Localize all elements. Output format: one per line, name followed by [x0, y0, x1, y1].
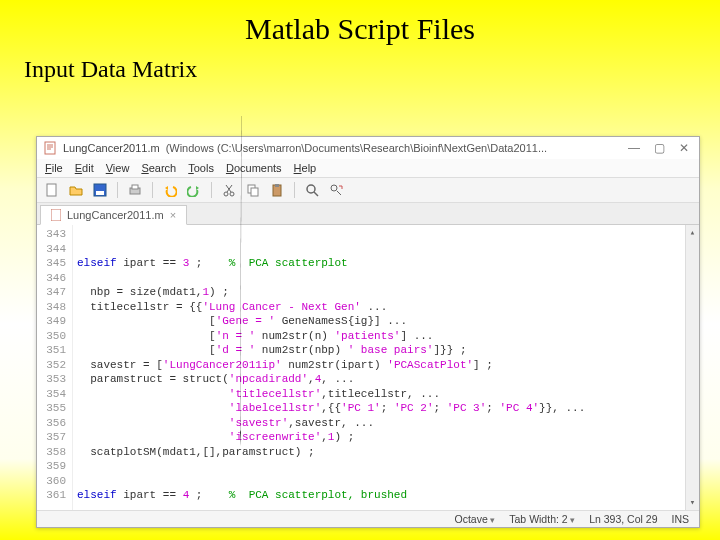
minimize-button[interactable]: —	[628, 141, 640, 155]
svg-rect-2	[45, 142, 55, 154]
titlebar: LungCancer2011.m (Windows (C:\Users\marr…	[37, 137, 699, 159]
menu-search[interactable]: Search	[141, 162, 176, 174]
svg-rect-3	[47, 184, 56, 196]
status-language[interactable]: Octave	[455, 513, 496, 525]
titlebar-path: (Windows (C:\Users\marron\Documents\Rese…	[166, 142, 622, 154]
toolbar-separator	[211, 182, 212, 198]
statusbar: Octave Tab Width: 2 Ln 393, Col 29 INS	[37, 510, 699, 527]
redo-icon[interactable]	[185, 181, 203, 199]
document-icon	[43, 141, 57, 155]
status-tabwidth[interactable]: Tab Width: 2	[509, 513, 575, 525]
editor-tab[interactable]: LungCancer2011.m ×	[40, 205, 187, 225]
svg-rect-13	[275, 184, 279, 187]
menu-help[interactable]: Help	[294, 162, 317, 174]
menu-documents[interactable]: Documents	[226, 162, 282, 174]
svg-point-16	[331, 185, 337, 191]
svg-rect-17	[51, 209, 61, 221]
menu-edit[interactable]: Edit	[75, 162, 94, 174]
code-area[interactable]: elseif ipart == 3 ; % PCA scatterplot nb…	[73, 225, 685, 510]
toolbar-separator	[294, 182, 295, 198]
svg-rect-7	[132, 185, 138, 189]
toolbar-separator	[117, 182, 118, 198]
toolbar-separator	[152, 182, 153, 198]
status-insert-mode: INS	[671, 513, 689, 525]
replace-icon[interactable]	[327, 181, 345, 199]
maximize-button[interactable]: ▢	[654, 141, 665, 155]
find-icon[interactable]	[303, 181, 321, 199]
vertical-scrollbar[interactable]: ▴ ▾	[685, 225, 699, 510]
document-icon	[51, 209, 61, 221]
titlebar-filename: LungCancer2011.m	[63, 142, 160, 154]
menu-view[interactable]: View	[106, 162, 130, 174]
line-number-gutter: 343 344 345 346 347 348 349 350 351 352 …	[37, 225, 73, 510]
editor-body[interactable]: 343 344 345 346 347 348 349 350 351 352 …	[37, 225, 699, 510]
slide-subtitle: Input Data Matrix	[0, 50, 720, 83]
status-cursor-position: Ln 393, Col 29	[589, 513, 657, 525]
copy-icon[interactable]	[244, 181, 262, 199]
menu-tools[interactable]: Tools	[188, 162, 214, 174]
save-icon[interactable]	[91, 181, 109, 199]
menubar: File Edit View Search Tools Documents He…	[37, 159, 699, 178]
undo-icon[interactable]	[161, 181, 179, 199]
tab-label: LungCancer2011.m	[67, 209, 164, 221]
svg-line-15	[314, 192, 318, 196]
svg-point-14	[307, 185, 315, 193]
svg-point-9	[230, 192, 234, 196]
toolbar	[37, 178, 699, 203]
tab-close-icon[interactable]: ×	[170, 209, 176, 221]
scroll-down-icon[interactable]: ▾	[690, 497, 695, 508]
print-icon[interactable]	[126, 181, 144, 199]
svg-point-8	[224, 192, 228, 196]
menu-file[interactable]: File	[45, 162, 63, 174]
open-file-icon[interactable]	[67, 181, 85, 199]
new-file-icon[interactable]	[43, 181, 61, 199]
paste-icon[interactable]	[268, 181, 286, 199]
svg-rect-5	[96, 191, 104, 195]
slide-title: Matlab Script Files	[0, 0, 720, 50]
editor-window: LungCancer2011.m (Windows (C:\Users\marr…	[36, 136, 700, 528]
close-button[interactable]: ✕	[679, 141, 689, 155]
svg-rect-11	[251, 188, 258, 196]
scroll-up-icon[interactable]: ▴	[690, 227, 695, 238]
tabbar: LungCancer2011.m ×	[37, 203, 699, 225]
cut-icon[interactable]	[220, 181, 238, 199]
